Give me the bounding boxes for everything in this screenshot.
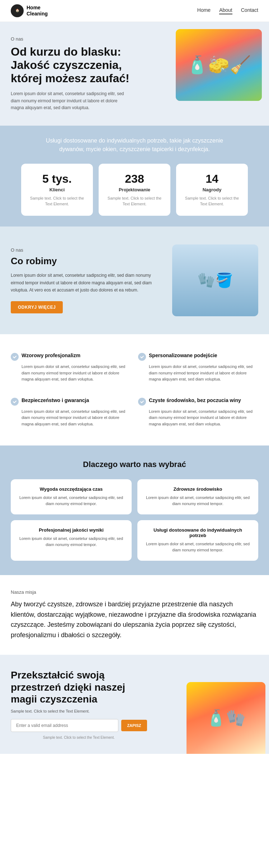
stats-tagline: Usługi dostosowane do indywidualnych pot…: [45, 136, 224, 154]
hero-image-bg: 🧴🧽🧹: [176, 29, 262, 101]
feature-item-0: Wzorowy profesjonalizm Lorem ipsum dolor…: [11, 349, 131, 386]
checkmark-icon-2: [13, 400, 17, 404]
why-card-0: Wygoda oszczędzająca czas Lorem ipsum do…: [11, 479, 132, 514]
cta-image-bg: 🧴🧤: [187, 682, 265, 754]
nav-about[interactable]: About: [219, 7, 232, 14]
feature-desc-0: Lorem ipsum dolor sit amet, consetetur s…: [11, 364, 131, 383]
feature-desc-2: Lorem ipsum dolor sit amet, consetetur s…: [11, 409, 131, 428]
why-card-title-1: Zdrowsze środowisko: [145, 486, 251, 492]
why-card-title-3: Usługi dostosowane do indywidualnych pot…: [145, 527, 251, 538]
navbar: 🏠 Home Cleaning Home About Contact: [0, 0, 269, 22]
stat-card-1: 238 Projektowanie Sample text. Click to …: [99, 164, 170, 216]
why-card-desc-2: Lorem ipsum dolor sit amet, consetetur s…: [18, 536, 124, 548]
stats-section: Usługi dostosowane do indywidualnych pot…: [0, 126, 269, 227]
what-image: 🧤🪣: [172, 244, 258, 316]
email-input[interactable]: [11, 719, 118, 732]
why-grid: Wygoda oszczędzająca czas Lorem ipsum do…: [11, 479, 258, 561]
feature-desc-1: Lorem ipsum dolor sit amet, consetetur s…: [138, 364, 258, 383]
stat-card-2: 14 Nagrody Sample text. Click to select …: [176, 164, 248, 216]
what-title: Co robimy: [11, 256, 161, 267]
why-card-2: Profesjonalnej jakości wyniki Lorem ipsu…: [11, 520, 132, 561]
nav-home[interactable]: Home: [197, 7, 211, 14]
hero-title: Od kurzu do blasku: Jakość czyszczenia, …: [11, 45, 147, 85]
cta-content: Przekształcić swoją przestrzeń dzięki na…: [11, 669, 147, 739]
logo-line1: Home: [27, 5, 48, 11]
why-card-3: Usługi dostosowane do indywidualnych pot…: [137, 520, 258, 561]
stats-cards: 5 tys. Klienci Sample text. Click to sel…: [7, 164, 262, 216]
stat-desc-0: Sample text. Click to select the Text El…: [28, 195, 86, 207]
features-section: Wzorowy profesjonalizm Lorem ipsum dolor…: [0, 334, 269, 445]
cta-form: ZAPISZ: [11, 719, 147, 732]
stat-label-1: Projektowanie: [106, 187, 163, 192]
stat-number-0: 5 tys.: [28, 172, 86, 186]
feature-title-0: Wzorowy profesjonalizm: [22, 352, 80, 359]
what-image-bg: 🧤🪣: [172, 244, 258, 316]
what-description: Lorem ipsum dolor sit amet, consetetur s…: [11, 272, 161, 294]
checkmark-icon-1: [140, 355, 144, 359]
feature-header-0: Wzorowy profesjonalizm: [11, 352, 131, 361]
why-card-1: Zdrowsze środowisko Lorem ipsum dolor si…: [137, 479, 258, 514]
hero-section: O nas Od kurzu do blasku: Jakość czyszcz…: [0, 22, 269, 126]
cta-title: Przekształcić swoją przestrzeń dzięki na…: [11, 669, 147, 705]
hero-image: 🧴🧽🧹: [176, 29, 262, 101]
stat-number-1: 238: [106, 172, 163, 186]
cleaning-supplies-icon: 🧴🧽🧹: [176, 29, 262, 101]
stat-desc-1: Sample text. Click to select the Text El…: [106, 195, 163, 207]
mission-label: Nasza misja: [11, 589, 258, 595]
cta-image: 🧴🧤: [187, 682, 265, 754]
checkmark-icon-0: [13, 355, 17, 359]
feature-item-3: Czyste środowisko, bez poczucia winy Lor…: [138, 393, 258, 431]
why-title: Dlaczego warto nas wybrać: [11, 460, 258, 469]
why-card-desc-1: Lorem ipsum dolor sit amet, consetetur s…: [145, 495, 251, 507]
mission-section: Nasza misja Aby tworzyć czystsze, zdrows…: [0, 575, 269, 655]
feature-desc-3: Lorem ipsum dolor sit amet, consetetur s…: [138, 409, 258, 428]
why-card-desc-3: Lorem ipsum dolor sit amet, consetetur s…: [145, 541, 251, 554]
logo-text: Home Cleaning: [27, 5, 48, 17]
feature-item-2: Bezpieczeństwo i gwarancja Lorem ipsum d…: [11, 393, 131, 431]
window-cleaning-icon: 🧤🪣: [172, 244, 258, 316]
feature-title-1: Spersonalizowane podejście: [149, 352, 217, 359]
stat-label-2: Nagrody: [183, 187, 241, 192]
why-card-desc-0: Lorem ipsum dolor sit amet, consetetur s…: [18, 495, 124, 507]
feature-header-2: Bezpieczeństwo i gwarancja: [11, 397, 131, 406]
feature-title-3: Czyste środowisko, bez poczucia winy: [149, 397, 241, 403]
stat-label-0: Klienci: [28, 187, 86, 192]
hero-label: O nas: [11, 36, 147, 42]
nav-contact[interactable]: Contact: [241, 7, 258, 14]
feature-icon-0: [11, 353, 19, 361]
stat-card-0: 5 tys. Klienci Sample text. Click to sel…: [21, 164, 93, 216]
features-grid: Wzorowy profesjonalizm Lorem ipsum dolor…: [11, 349, 258, 431]
stat-desc-2: Sample text. Click to select the Text El…: [183, 195, 241, 207]
cta-footnote: Sample text. Click to select the Text El…: [11, 736, 147, 739]
why-card-title-0: Wygoda oszczędzająca czas: [18, 486, 124, 492]
feature-item-1: Spersonalizowane podejście Lorem ipsum d…: [138, 349, 258, 386]
what-content: O nas Co robimy Lorem ipsum dolor sit am…: [11, 247, 161, 313]
logo-line2: Cleaning: [27, 11, 48, 17]
feature-icon-2: [11, 398, 19, 406]
discover-button[interactable]: ODKRYJ WIĘCEJ: [11, 301, 63, 313]
cta-section: Przekształcić swoją przestrzeń dzięki na…: [0, 655, 269, 754]
mission-text: Aby tworzyć czystsze, zdrowsze i bardzie…: [11, 599, 258, 640]
feature-header-3: Czyste środowisko, bez poczucia winy: [138, 397, 258, 406]
cta-desc: Sample text. Click to select the Text El…: [11, 709, 147, 713]
feature-icon-1: [138, 353, 146, 361]
what-section: O nas Co robimy Lorem ipsum dolor sit am…: [0, 227, 269, 334]
nav-links: Home About Contact: [197, 7, 258, 14]
stat-number-2: 14: [183, 172, 241, 186]
feature-header-1: Spersonalizowane podejście: [138, 352, 258, 361]
why-section: Dlaczego warto nas wybrać Wygoda oszczęd…: [0, 445, 269, 575]
checkmark-icon-3: [140, 400, 144, 404]
feature-title-2: Bezpieczeństwo i gwarancja: [22, 397, 89, 403]
logo-icon: 🏠: [11, 4, 24, 17]
feature-icon-3: [138, 398, 146, 406]
submit-button[interactable]: ZAPISZ: [121, 720, 147, 731]
spray-bottle-icon: 🧴🧤: [187, 682, 265, 754]
logo: 🏠 Home Cleaning: [11, 4, 48, 17]
hero-content: O nas Od kurzu do blasku: Jakość czyszcz…: [11, 36, 147, 111]
why-card-title-2: Profesjonalnej jakości wyniki: [18, 527, 124, 533]
hero-description: Lorem ipsum dolor sit amet, consetetur s…: [11, 90, 126, 111]
what-label: O nas: [11, 247, 161, 253]
